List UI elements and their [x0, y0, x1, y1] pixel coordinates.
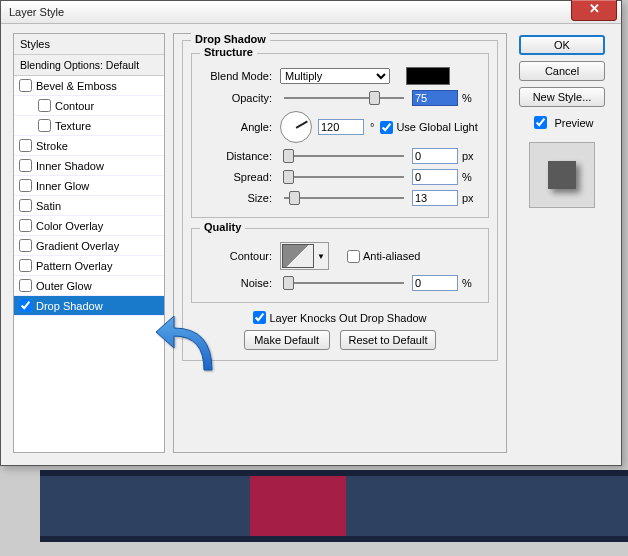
layer-style-dialog: Layer Style ✕ Styles Blending Options: D… — [0, 0, 622, 466]
close-button[interactable]: ✕ — [571, 0, 617, 21]
titlebar: Layer Style ✕ — [1, 1, 621, 24]
layer-knockout-checkbox[interactable] — [253, 311, 266, 324]
effect-settings-panel: Drop Shadow Structure Blend Mode: Multip… — [173, 33, 507, 453]
preview-box — [529, 142, 595, 208]
preview-checkbox[interactable] — [534, 116, 547, 129]
anti-aliased-checkbox[interactable] — [347, 250, 360, 263]
blend-mode-label: Blend Mode: — [200, 70, 276, 82]
blending-options[interactable]: Blending Options: Default — [14, 55, 164, 76]
use-global-light[interactable]: Use Global Light — [380, 121, 477, 134]
bg-bar — [40, 476, 628, 536]
new-style-button[interactable]: New Style... — [519, 87, 605, 107]
size-slider[interactable] — [280, 197, 408, 199]
blend-mode-select[interactable]: Multiply — [280, 68, 390, 84]
style-item-checkbox[interactable] — [19, 159, 32, 172]
styles-panel: Styles Blending Options: Default Bevel &… — [13, 33, 165, 453]
style-item-inner-glow[interactable]: Inner Glow — [14, 176, 164, 196]
style-item-checkbox[interactable] — [38, 99, 51, 112]
distance-label: Distance: — [200, 150, 276, 162]
preview-swatch — [548, 161, 576, 189]
opacity-unit: % — [462, 92, 480, 104]
anti-aliased-label: Anti-aliased — [363, 250, 420, 262]
angle-label: Angle: — [200, 121, 276, 133]
style-item-label: Satin — [36, 200, 61, 212]
style-item-label: Stroke — [36, 140, 68, 152]
style-item-satin[interactable]: Satin — [14, 196, 164, 216]
close-icon: ✕ — [589, 1, 600, 16]
style-item-pattern-overlay[interactable]: Pattern Overlay — [14, 256, 164, 276]
style-item-checkbox[interactable] — [19, 299, 32, 312]
size-unit: px — [462, 192, 480, 204]
style-item-label: Outer Glow — [36, 280, 92, 292]
style-item-contour[interactable]: Contour — [14, 96, 164, 116]
layer-knockout[interactable]: Layer Knocks Out Drop Shadow — [253, 311, 426, 324]
style-item-label: Bevel & Emboss — [36, 80, 117, 92]
style-item-label: Pattern Overlay — [36, 260, 112, 272]
style-item-label: Gradient Overlay — [36, 240, 119, 252]
contour-swatch-icon — [282, 244, 314, 268]
spread-field[interactable] — [412, 169, 458, 185]
spread-label: Spread: — [200, 171, 276, 183]
opacity-label: Opacity: — [200, 92, 276, 104]
chevron-down-icon: ▼ — [315, 252, 327, 261]
ok-button[interactable]: OK — [519, 35, 605, 55]
dialog-content: Styles Blending Options: Default Bevel &… — [7, 27, 615, 459]
angle-unit: ° — [370, 121, 374, 133]
contour-picker[interactable]: ▼ — [280, 242, 329, 270]
preview-label: Preview — [554, 117, 593, 129]
quality-legend: Quality — [200, 221, 245, 233]
styles-header[interactable]: Styles — [14, 34, 164, 55]
size-field[interactable] — [412, 190, 458, 206]
style-item-checkbox[interactable] — [19, 259, 32, 272]
style-item-checkbox[interactable] — [19, 239, 32, 252]
style-item-checkbox[interactable] — [19, 279, 32, 292]
style-item-checkbox[interactable] — [19, 219, 32, 232]
noise-field[interactable] — [412, 275, 458, 291]
noise-unit: % — [462, 277, 480, 289]
style-item-checkbox[interactable] — [19, 139, 32, 152]
cancel-button[interactable]: Cancel — [519, 61, 605, 81]
size-label: Size: — [200, 192, 276, 204]
style-item-color-overlay[interactable]: Color Overlay — [14, 216, 164, 236]
style-item-bevel-emboss[interactable]: Bevel & Emboss — [14, 76, 164, 96]
style-item-drop-shadow[interactable]: Drop Shadow — [14, 296, 164, 316]
anti-aliased[interactable]: Anti-aliased — [347, 250, 420, 263]
structure-group: Structure Blend Mode: Multiply Opacity: — [191, 53, 489, 218]
bg-bar-accent — [250, 476, 346, 536]
opacity-slider[interactable] — [280, 97, 408, 99]
style-item-checkbox[interactable] — [38, 119, 51, 132]
window-title: Layer Style — [9, 6, 64, 18]
style-item-checkbox[interactable] — [19, 199, 32, 212]
style-item-label: Texture — [55, 120, 91, 132]
distance-field[interactable] — [412, 148, 458, 164]
style-item-label: Contour — [55, 100, 94, 112]
bg-stripe — [40, 536, 628, 542]
style-item-checkbox[interactable] — [19, 79, 32, 92]
layer-knockout-label: Layer Knocks Out Drop Shadow — [269, 312, 426, 324]
style-item-outer-glow[interactable]: Outer Glow — [14, 276, 164, 296]
structure-legend: Structure — [200, 46, 257, 58]
distance-unit: px — [462, 150, 480, 162]
style-item-label: Drop Shadow — [36, 300, 103, 312]
spread-slider[interactable] — [280, 176, 408, 178]
angle-dial[interactable] — [280, 111, 312, 143]
angle-field[interactable] — [318, 119, 364, 135]
style-item-gradient-overlay[interactable]: Gradient Overlay — [14, 236, 164, 256]
quality-group: Quality Contour: ▼ Anti-aliased — [191, 228, 489, 303]
opacity-field[interactable] — [412, 90, 458, 106]
contour-label: Contour: — [200, 250, 276, 262]
noise-label: Noise: — [200, 277, 276, 289]
style-item-stroke[interactable]: Stroke — [14, 136, 164, 156]
make-default-button[interactable]: Make Default — [244, 330, 330, 350]
style-item-label: Color Overlay — [36, 220, 103, 232]
use-global-light-checkbox[interactable] — [380, 121, 393, 134]
right-panel: OK Cancel New Style... Preview — [515, 33, 609, 453]
style-item-texture[interactable]: Texture — [14, 116, 164, 136]
shadow-color-swatch[interactable] — [406, 67, 450, 85]
style-item-inner-shadow[interactable]: Inner Shadow — [14, 156, 164, 176]
spread-unit: % — [462, 171, 480, 183]
style-item-checkbox[interactable] — [19, 179, 32, 192]
distance-slider[interactable] — [280, 155, 408, 157]
reset-default-button[interactable]: Reset to Default — [340, 330, 437, 350]
noise-slider[interactable] — [280, 282, 408, 284]
